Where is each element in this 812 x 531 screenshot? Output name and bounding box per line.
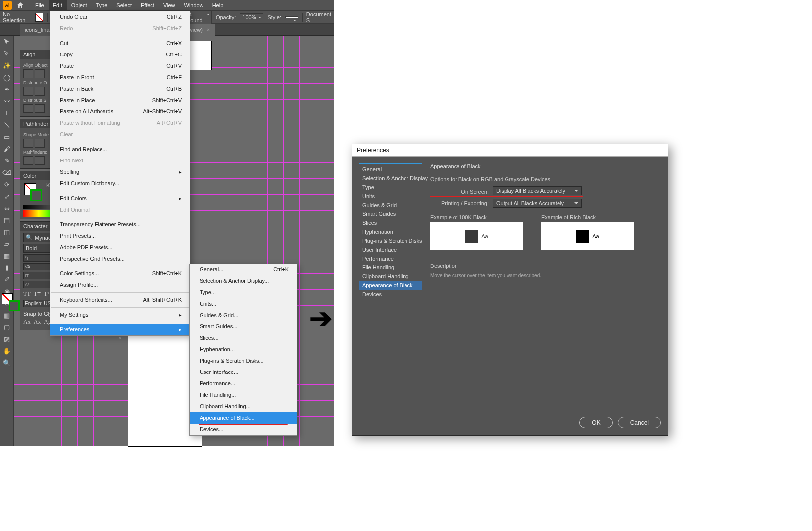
pen-tool-icon[interactable]: ✒ — [0, 83, 14, 95]
menu-file[interactable]: File — [31, 0, 49, 11]
menu-object[interactable]: Object — [67, 0, 92, 11]
menu-item[interactable]: Spelling▸ — [50, 166, 190, 178]
hdist-space-button[interactable] — [35, 104, 45, 113]
eraser-tool-icon[interactable]: ⌫ — [0, 166, 14, 178]
close-icon[interactable]: × — [207, 27, 210, 33]
menu-item[interactable]: Color Settings...Shift+Ctrl+K — [50, 268, 190, 279]
minus-front-button[interactable] — [35, 139, 45, 148]
ok-button[interactable]: OK — [579, 417, 612, 428]
vdist-top-button[interactable] — [23, 87, 33, 96]
divide-button[interactable] — [23, 156, 33, 165]
menu-window[interactable]: Window — [180, 0, 208, 11]
menu-item[interactable]: PasteCtrl+V — [50, 60, 190, 72]
prefs-category-item[interactable]: Selection & Anchor Display — [359, 174, 422, 183]
menu-item[interactable]: Paste in FrontCtrl+F — [50, 72, 190, 83]
submenu-item[interactable]: Devices... — [190, 424, 297, 435]
submenu-item[interactable]: Units... — [190, 298, 297, 310]
menu-item[interactable]: Find and Replace... — [50, 144, 190, 155]
menu-item[interactable]: Perspective Grid Presets... — [50, 253, 190, 265]
line-tool-icon[interactable]: ＼ — [0, 119, 14, 131]
prefs-category-item[interactable]: File Handling — [359, 263, 422, 272]
menu-item[interactable]: My Settings▸ — [50, 309, 190, 320]
prefs-category-item[interactable]: Performance — [359, 254, 422, 263]
stroke-swatch-icon[interactable] — [9, 300, 20, 311]
prefs-category-item[interactable]: General — [359, 165, 422, 174]
unite-button[interactable] — [23, 139, 33, 148]
menu-view[interactable]: View — [159, 0, 180, 11]
menu-item[interactable]: Edit Colors▸ — [50, 193, 190, 204]
magic-wand-tool-icon[interactable]: ✨ — [0, 59, 14, 71]
smallcaps-icon[interactable]: Tᴛ — [34, 290, 41, 298]
document-setup-button[interactable]: Document S — [306, 11, 331, 23]
menu-item[interactable]: Keyboard Shortcuts...Alt+Shift+Ctrl+K — [50, 294, 190, 306]
hand-tool-icon[interactable]: ✋ — [0, 345, 14, 357]
menu-item[interactable]: CutCtrl+X — [50, 38, 190, 49]
mesh-tool-icon[interactable]: ▦ — [0, 250, 14, 262]
submenu-item[interactable]: Selection & Anchor Display... — [190, 275, 297, 287]
prefs-category-item[interactable]: Units — [359, 192, 422, 201]
prefs-category-item[interactable]: Plug-ins & Scratch Disks — [359, 236, 422, 245]
color-fillstroke-swatch[interactable] — [24, 183, 42, 201]
menu-item[interactable]: Preferences▸ — [50, 324, 190, 335]
prefs-category-item[interactable]: Devices — [359, 290, 422, 299]
menu-item[interactable]: Paste in BackCtrl+B — [50, 83, 190, 95]
submenu-item[interactable]: Clipboard Handling... — [190, 401, 297, 412]
rectangle-tool-icon[interactable]: ▭ — [0, 131, 14, 143]
submenu-item[interactable]: User Interface... — [190, 367, 297, 378]
allcaps-icon[interactable]: TT — [23, 290, 31, 298]
fill-swatch[interactable] — [35, 13, 43, 22]
menu-type[interactable]: Type — [92, 0, 112, 11]
menu-item[interactable]: Paste on All ArtboardsAlt+Shift+Ctrl+V — [50, 106, 190, 117]
gradient-tool-icon[interactable]: ▮ — [0, 262, 14, 273]
shape-builder-tool-icon[interactable]: ◫ — [0, 226, 14, 238]
menu-item[interactable]: Assign Profile... — [50, 279, 190, 291]
prefs-category-item[interactable]: Guides & Grid — [359, 201, 422, 210]
fill-stroke-swatch[interactable] — [2, 293, 20, 311]
submenu-item[interactable]: Appearance of Black... — [190, 412, 297, 424]
align-left-button[interactable] — [23, 69, 33, 78]
menu-item[interactable]: Print Presets... — [50, 230, 190, 242]
zoom-tool-icon[interactable]: 🔍 — [0, 357, 14, 369]
menu-edit[interactable]: Edit — [49, 0, 67, 11]
paintbrush-tool-icon[interactable]: 🖌 — [0, 143, 14, 155]
prefs-category-item[interactable]: Smart Guides — [359, 210, 422, 218]
submenu-item[interactable]: Performance... — [190, 378, 297, 389]
eyedropper-tool-icon[interactable]: ✐ — [0, 273, 14, 285]
menu-item[interactable]: Paste in PlaceShift+Ctrl+V — [50, 95, 190, 106]
prefs-category-item[interactable]: Appearance of Black — [359, 281, 422, 290]
menu-help[interactable]: Help — [208, 0, 228, 11]
home-icon[interactable] — [15, 0, 26, 11]
prefs-category-item[interactable]: Slices — [359, 218, 422, 227]
submenu-item[interactable]: Type... — [190, 287, 297, 298]
curvature-tool-icon[interactable]: 〰 — [0, 95, 14, 107]
scale-tool-icon[interactable]: ⤢ — [0, 190, 14, 202]
glyph-ax-icon[interactable]: Ax — [23, 319, 31, 326]
width-tool-icon[interactable]: ⇔ — [0, 202, 14, 214]
glyph-ax2-icon[interactable]: Ax — [34, 319, 41, 326]
printing-dropdown[interactable]: Output All Blacks Accurately — [493, 199, 582, 208]
stroke-swatch-icon[interactable] — [30, 189, 42, 201]
perspective-tool-icon[interactable]: ▱ — [0, 238, 14, 250]
menu-item[interactable]: Transparency Flattener Presets... — [50, 219, 190, 230]
submenu-item[interactable]: Guides & Grid... — [190, 310, 297, 321]
submenu-item[interactable]: File Handling... — [190, 389, 297, 401]
submenu-item[interactable]: Slices... — [190, 332, 297, 344]
direct-selection-tool-icon[interactable] — [0, 48, 14, 59]
shaper-tool-icon[interactable]: ✎ — [0, 155, 14, 166]
mini-panel-close[interactable]: × — [119, 336, 127, 342]
selection-tool-icon[interactable] — [0, 36, 14, 48]
submenu-item[interactable]: General...Ctrl+K — [190, 264, 297, 275]
slice-tool-icon[interactable]: ▨ — [0, 333, 14, 345]
prefs-category-item[interactable]: Hyphenation — [359, 227, 422, 236]
vdist-center-button[interactable] — [35, 87, 45, 96]
cancel-button[interactable]: Cancel — [618, 417, 661, 428]
prefs-category-item[interactable]: Type — [359, 183, 422, 192]
lasso-tool-icon[interactable]: ◯ — [0, 71, 14, 83]
artboard-tool-icon[interactable]: ▢ — [0, 321, 14, 333]
submenu-item[interactable]: Plug-ins & Scratch Disks... — [190, 355, 297, 367]
prefs-category-item[interactable]: Clipboard Handling — [359, 272, 422, 281]
onscreen-dropdown[interactable]: Display All Blacks Accurately — [493, 186, 582, 195]
menu-select[interactable]: Select — [112, 0, 136, 11]
menu-item[interactable]: CopyCtrl+C — [50, 49, 190, 60]
menu-item[interactable]: Edit Custom Dictionary... — [50, 178, 190, 189]
